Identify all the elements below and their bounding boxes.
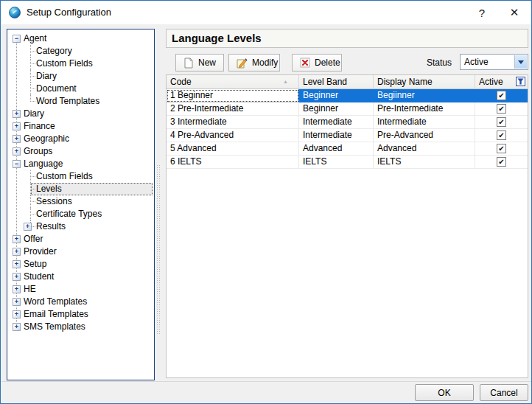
expand-icon[interactable]: + (13, 235, 21, 243)
tree-item-label: Provider (24, 246, 57, 257)
ok-button[interactable]: OK (415, 384, 474, 401)
cell-active[interactable]: ✔ (475, 156, 528, 169)
tree-item-provider[interactable]: +Provider (7, 245, 154, 258)
tree-item-geographic[interactable]: +Geographic (7, 133, 154, 145)
cell-code[interactable]: 3 Intermediate (167, 116, 299, 129)
setup-navigation-tree: −AgentCategoryCustom FieldsDiaryDocument… (7, 29, 155, 380)
tree-item-agent[interactable]: −Agent (7, 32, 154, 45)
cell-active[interactable]: ✔ (475, 116, 528, 129)
cell-level-band[interactable]: Intermediate (299, 116, 374, 129)
cell-display-name[interactable]: Intermediate (374, 116, 475, 129)
table-row[interactable]: 1 BeginnerBeginnerBegiinner✔ (167, 89, 528, 102)
new-button[interactable]: New (175, 54, 224, 72)
tree-item-custom-fields[interactable]: Custom Fields (7, 170, 154, 183)
expand-icon[interactable]: + (13, 122, 21, 130)
cell-level-band[interactable]: Intermediate (299, 129, 374, 142)
expand-icon[interactable]: + (13, 273, 21, 281)
expand-icon[interactable]: + (13, 248, 21, 256)
tree-item-finance[interactable]: +Finance (7, 120, 154, 133)
active-checkbox[interactable]: ✔ (497, 117, 506, 127)
page-title: Language Levels (166, 29, 528, 48)
tree-item-label: Setup (24, 259, 46, 269)
expand-icon[interactable]: + (13, 285, 21, 293)
tree-item-category[interactable]: Category (7, 45, 154, 58)
tree-item-groups[interactable]: +Groups (7, 145, 154, 158)
status-dropdown-button[interactable] (514, 55, 527, 69)
expand-icon[interactable]: + (13, 298, 21, 306)
tree-item-diary[interactable]: Diary (7, 70, 154, 83)
status-dropdown[interactable]: Active (460, 54, 528, 70)
expand-icon[interactable]: + (13, 310, 21, 318)
cell-display-name[interactable]: IELTS (374, 156, 475, 169)
expand-icon[interactable]: + (13, 147, 21, 156)
setup-configuration-dialog: Setup Configuration ? ✕ −AgentCategoryCu… (0, 0, 532, 404)
column-header-display-name[interactable]: Display Name (374, 75, 475, 88)
column-header-label: Code (170, 77, 192, 87)
tree-item-sessions[interactable]: Sessions (7, 195, 154, 208)
expand-icon[interactable]: + (13, 135, 21, 143)
table-row[interactable]: 2 Pre-IntermediateBeginnerPre-Intermedia… (167, 102, 528, 116)
cell-code[interactable]: 6 IELTS (167, 156, 299, 169)
cell-display-name[interactable]: Begiinner (374, 89, 475, 102)
cell-level-band[interactable]: Beginner (299, 89, 374, 102)
close-icon[interactable]: ✕ (500, 1, 529, 24)
tree-item-sms-templates[interactable]: +SMS Templates (7, 321, 154, 333)
tree-item-label: Diary (24, 108, 44, 119)
tree-item-email-templates[interactable]: +Email Templates (7, 308, 154, 321)
filter-funnel-icon[interactable] (516, 77, 525, 86)
modify-button-label: Modify (252, 58, 278, 68)
active-checkbox[interactable]: ✔ (497, 130, 506, 140)
cell-display-name[interactable]: Pre-Intermediate (374, 102, 475, 116)
tree-item-setup[interactable]: +Setup (7, 258, 154, 271)
tree-item-document[interactable]: Document (7, 83, 154, 95)
table-row[interactable]: 5 AdvancedAdvancedAdvanced✔ (167, 142, 528, 156)
column-header-label: Level Band (303, 77, 347, 87)
tree-item-word-templates[interactable]: +Word Templates (7, 296, 154, 308)
active-checkbox[interactable]: ✔ (497, 157, 506, 167)
tree-item-levels[interactable]: Levels (7, 183, 154, 195)
cell-code[interactable]: 2 Pre-Intermediate (167, 102, 299, 116)
tree-item-word-templates[interactable]: Word Templates (7, 95, 154, 108)
collapse-icon[interactable]: − (13, 35, 21, 43)
panel-splitter[interactable] (156, 164, 160, 334)
tree-item-certificate-types[interactable]: Certificate Types (7, 208, 154, 220)
help-icon[interactable]: ? (469, 1, 494, 24)
cell-display-name[interactable]: Advanced (374, 142, 475, 156)
active-checkbox[interactable]: ✔ (497, 91, 506, 100)
column-header-code[interactable]: Code ▲ (167, 75, 299, 88)
cell-level-band[interactable]: Advanced (299, 142, 374, 156)
tree-item-offer[interactable]: +Offer (7, 233, 154, 245)
cell-active[interactable]: ✔ (475, 142, 528, 156)
cell-active[interactable]: ✔ (475, 102, 528, 116)
titlebar: Setup Configuration ? ✕ (1, 1, 531, 24)
expand-icon[interactable]: + (13, 110, 21, 118)
cell-code[interactable]: 1 Beginner (167, 89, 299, 102)
cancel-button[interactable]: Cancel (480, 384, 528, 401)
expand-icon[interactable]: + (13, 260, 21, 268)
tree-item-he[interactable]: +HE (7, 283, 154, 296)
active-checkbox[interactable]: ✔ (497, 144, 506, 153)
cell-code[interactable]: 5 Advanced (167, 142, 299, 156)
cell-display-name[interactable]: Pre-Advanced (374, 129, 475, 142)
cell-level-band[interactable]: IELTS (299, 156, 374, 169)
table-row[interactable]: 6 IELTSIELTSIELTS✔ (167, 156, 528, 169)
pencil-icon (237, 58, 248, 69)
cell-code[interactable]: 4 Pre-Advanced (167, 129, 299, 142)
expand-icon[interactable]: + (13, 323, 21, 331)
tree-item-language[interactable]: −Language (7, 158, 154, 170)
active-checkbox[interactable]: ✔ (497, 104, 506, 114)
cell-level-band[interactable]: Beginner (299, 102, 374, 116)
tree-item-custom-fields[interactable]: Custom Fields (7, 58, 154, 70)
expand-icon[interactable]: + (24, 223, 32, 231)
delete-button[interactable]: Delete (292, 54, 342, 72)
column-header-level-band[interactable]: Level Band (299, 75, 374, 88)
tree-item-student[interactable]: +Student (7, 271, 154, 283)
cell-active[interactable]: ✔ (475, 129, 528, 142)
modify-button[interactable]: Modify (228, 54, 280, 72)
table-row[interactable]: 4 Pre-AdvancedIntermediatePre-Advanced✔ (167, 129, 528, 142)
tree-item-results[interactable]: +Results (7, 220, 154, 233)
table-row[interactable]: 3 IntermediateIntermediateIntermediate✔ (167, 116, 528, 129)
collapse-icon[interactable]: − (13, 160, 21, 168)
cell-active[interactable]: ✔ (475, 89, 528, 102)
tree-item-diary[interactable]: +Diary (7, 108, 154, 120)
